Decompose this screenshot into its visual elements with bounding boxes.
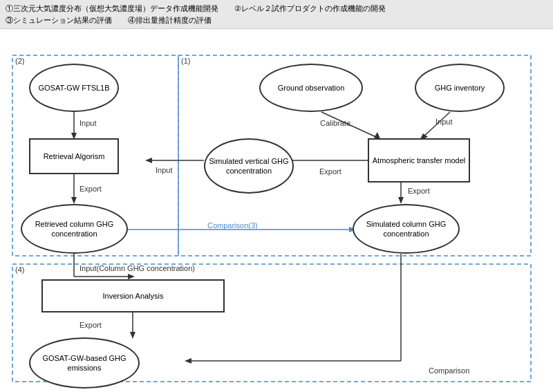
retrieved-col-node: Retrieved column GHG concentration [21,204,128,254]
svg-marker-6 [71,197,77,204]
svg-marker-27 [185,358,191,364]
export1-label: Export [79,185,102,193]
input3-label: Input [156,166,172,174]
input1-label: Input [79,119,96,127]
region2-label: (2) [15,57,24,65]
export4-label: Export [79,321,102,329]
diagram-area: (2) (1) (4) GOSAT-GW FTSL1B Retrieval Al… [0,29,553,389]
inversion-node: Inversion Analysis [41,279,225,312]
simulated-vert-node: Simulated vertical GHG concentration [204,138,294,194]
svg-marker-22 [128,274,135,279]
header-item2: ②レベル２試作プロダクトの作成機能の開発 [234,4,386,12]
region1-label: (1) [181,57,190,65]
input2-label: Input [435,118,452,126]
svg-marker-12 [398,197,404,204]
header-item1: ①三次元大気濃度分布（仮想大気濃度場）データ作成機能開発 [6,4,218,12]
svg-marker-16 [145,158,152,163]
svg-marker-24 [130,332,135,339]
comparison-bottom-label: Comparison [429,366,469,375]
input-column-label: Input(Column GHG concentration) [79,264,195,272]
region4-label: (4) [15,265,24,274]
retrieval-node: Retrieval Algorism [29,138,119,174]
gosat-node: GOSAT-GW FTSL1B [29,64,119,112]
simulated-col-node: Simulated column GHG concentration [353,204,460,254]
export3-label: Export [319,167,341,176]
header-bar: ①三次元大気濃度分布（仮想大気濃度場）データ作成機能開発 ②レベル２試作プロダク… [0,0,553,29]
gosat-emissions-node: GOSAT-GW-based GHG emissions [29,337,140,389]
comparison3-label: Comparison(3) [207,221,258,230]
header-item4: ④排出量推計精度の評価 [128,16,212,24]
export2-label: Export [408,187,430,195]
header-item3: ③シミュレーション結果の評価 [6,16,112,24]
calibrate-label: Calibrate [320,119,350,127]
ground-obs-node: Ground observation [259,64,363,112]
atm-transfer-node: Atmospheric transfer model [368,138,470,183]
ghg-inventory-node: GHG inventory [415,64,505,112]
